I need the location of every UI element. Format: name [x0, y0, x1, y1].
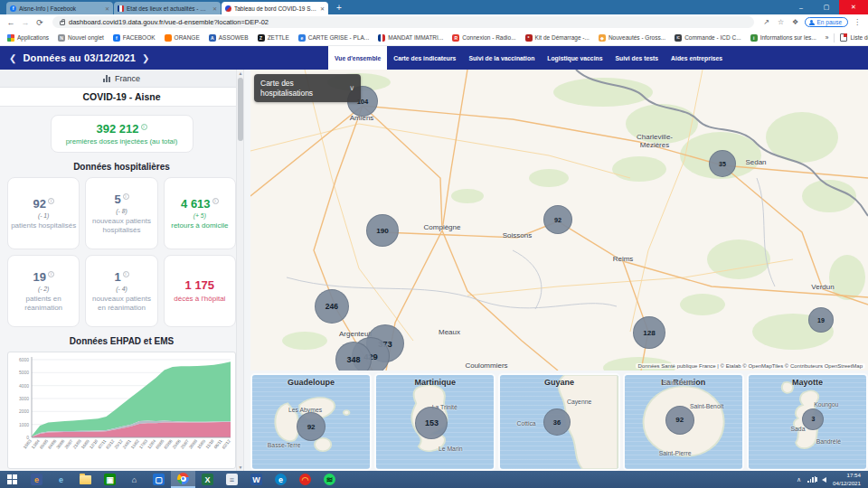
- taskbar-spotify[interactable]: ≋: [317, 471, 342, 488]
- close-button[interactable]: ✕: [839, 0, 868, 14]
- overseas-map-reunion[interactable]: La RéunionSaint-DenisSaint-BenoîtSaint-P…: [623, 373, 744, 471]
- map-layer-label: Carte des hospitalisations: [260, 79, 344, 98]
- scroll-down-arrow[interactable]: ▼: [237, 464, 244, 471]
- next-date-chevron[interactable]: ❯: [142, 53, 149, 63]
- map-bubble[interactable]: 19: [808, 307, 834, 333]
- hospitalisations-map[interactable]: AmiensCharleville- MézièresSedanCompiègn…: [250, 70, 868, 371]
- taskbar-chrome[interactable]: [171, 471, 195, 488]
- nav-tab-suivi-des-tests[interactable]: Suivi des tests: [609, 46, 665, 70]
- bookmark-label: MANDAT IMMATRI...: [388, 34, 443, 41]
- ehpad-section-title: Données EHPAD et EMS: [0, 336, 243, 346]
- bookmark-item[interactable]: eCARTE GRISE - PLA...: [298, 34, 369, 42]
- map-bubble[interactable]: 92: [543, 205, 572, 234]
- map-bubble[interactable]: 3: [802, 408, 824, 430]
- info-icon[interactable]: i: [141, 124, 147, 130]
- taskbar-home-app[interactable]: ⌂: [122, 471, 146, 488]
- bookmark-item[interactable]: ORANGE: [165, 34, 200, 42]
- taskbar-edge[interactable]: e: [269, 471, 293, 488]
- url-field[interactable]: dashboard.covid19.data.gouv.fr/vue-d-ens…: [52, 16, 754, 28]
- overseas-title: La Réunion: [625, 378, 742, 387]
- bookmarks-overflow-button[interactable]: »: [826, 34, 829, 41]
- overseas-title: Mayotte: [749, 378, 866, 387]
- info-icon[interactable]: i: [123, 271, 129, 277]
- map-bubble[interactable]: 190: [366, 214, 399, 247]
- map-bubble[interactable]: 35: [709, 150, 736, 177]
- overseas-map-martinique[interactable]: MartiniqueLa TrinitéLe Marin153: [374, 373, 495, 471]
- taskbar-excel[interactable]: X: [195, 471, 220, 488]
- spotify-icon: ≋: [324, 474, 335, 485]
- reload-button[interactable]: ⟳: [34, 17, 45, 28]
- taskbar-start-button[interactable]: [0, 471, 24, 488]
- taskbar-firefox[interactable]: ◠: [293, 471, 317, 488]
- map-attribution: Données Santé publique France | © Etalab…: [636, 363, 865, 369]
- bookmark-item[interactable]: AASSOWEB: [209, 34, 249, 42]
- info-icon[interactable]: i: [48, 198, 54, 204]
- browser-tab[interactable]: Etat des lieux et actualités - Mini✕: [114, 2, 221, 14]
- nav-tab-vue-d-ensemble[interactable]: Vue d'ensemble: [328, 46, 387, 70]
- bookmark-item[interactable]: *Kit de Démarrage -...: [525, 34, 590, 42]
- prev-date-chevron[interactable]: ❮: [9, 53, 16, 63]
- reading-list-button[interactable]: Liste de lecture: [840, 33, 868, 42]
- overseas-map-mayotte[interactable]: MayotteKoungouSadaBandrélé3: [747, 373, 868, 471]
- overseas-map-guyane[interactable]: GuyaneCayenneCottica36: [498, 373, 619, 471]
- taskbar-word[interactable]: W: [244, 471, 269, 488]
- windows-logo-icon: [7, 474, 17, 484]
- profile-button[interactable]: En pause: [805, 17, 848, 27]
- map-layer-dropdown[interactable]: Carte des hospitalisations ∨: [254, 74, 361, 102]
- bookmark-item[interactable]: iInformations sur les...: [750, 34, 816, 42]
- tab-close-icon[interactable]: ✕: [212, 5, 217, 12]
- browser-tab[interactable]: Tableau de bord COVID-19 Suivi✕: [222, 2, 328, 14]
- bookmark-item[interactable]: RConnexion - Radio...: [452, 34, 515, 42]
- tab-close-icon[interactable]: ✕: [105, 5, 109, 12]
- taskbar-photos-app[interactable]: ▢: [146, 471, 171, 488]
- bookmark-star-icon[interactable]: ☆: [776, 18, 787, 26]
- new-tab-button[interactable]: +: [334, 3, 344, 14]
- taskbar-app-ebp[interactable]: e: [24, 471, 49, 488]
- bookmark-item[interactable]: ICCommande - ICD C...: [675, 34, 741, 42]
- bookmark-item[interactable]: Applications: [7, 34, 49, 42]
- map-bubble[interactable]: 348: [335, 342, 372, 371]
- scrollbar-thumb[interactable]: [238, 78, 243, 141]
- browser-tab[interactable]: fAisne-Info | Facebook✕: [6, 2, 113, 14]
- nav-tab-aides-entreprises[interactable]: Aides entreprises: [665, 46, 729, 70]
- map-bubble[interactable]: 246: [315, 289, 349, 324]
- bookmark-item[interactable]: ◆Nouveautés - Gross...: [599, 34, 665, 42]
- stat-value: 19i: [11, 270, 76, 284]
- bookmark-item[interactable]: ZZETTLE: [258, 34, 289, 42]
- nav-tab-carte-des-indicateurs[interactable]: Carte des indicateurs: [387, 46, 462, 70]
- taskbar-file-explorer[interactable]: [73, 471, 98, 488]
- sidebar-scrollbar[interactable]: ▲ ▼: [236, 70, 243, 471]
- region-selector[interactable]: France: [0, 70, 243, 88]
- extensions-icon[interactable]: ❖: [790, 18, 801, 26]
- map-bubble[interactable]: 92: [297, 412, 326, 441]
- map-bubble[interactable]: 128: [633, 316, 665, 349]
- bookmark-favicon: [7, 34, 14, 42]
- map-bubble[interactable]: 36: [543, 408, 571, 436]
- forward-button[interactable]: →: [20, 17, 31, 28]
- info-icon[interactable]: i: [48, 271, 54, 277]
- taskbar-windows-store[interactable]: ▣: [98, 471, 122, 488]
- taskbar-internet-explorer[interactable]: e: [49, 471, 73, 488]
- back-button[interactable]: ←: [5, 17, 16, 28]
- nav-tab-logistique-vaccins[interactable]: Logistique vaccins: [541, 46, 609, 70]
- bookmark-item[interactable]: MANDAT IMMATRI...: [378, 34, 443, 42]
- map-bubble[interactable]: 153: [415, 407, 448, 439]
- maximize-button[interactable]: ▢: [814, 0, 839, 14]
- map-bubble[interactable]: 92: [665, 406, 694, 435]
- tab-close-icon[interactable]: ✕: [320, 5, 325, 12]
- scroll-up-arrow[interactable]: ▲: [237, 70, 244, 77]
- bookmark-item[interactable]: fFACEBOOK: [113, 34, 156, 42]
- share-icon[interactable]: ↗: [761, 18, 772, 26]
- browser-menu-icon[interactable]: ⋮: [852, 18, 863, 26]
- info-icon[interactable]: i: [123, 193, 129, 200]
- clock[interactable]: 17:54 04/12/2021: [833, 472, 861, 487]
- overseas-map-guadeloupe[interactable]: GuadeloupeLes AbymesBasse-Terre92: [250, 373, 372, 471]
- tab-title: Tableau de bord COVID-19 Suivi: [234, 5, 317, 12]
- info-icon[interactable]: i: [212, 198, 219, 204]
- bookmark-item[interactable]: NNouvel onglet: [58, 34, 104, 42]
- nav-tab-suivi-de-la-vaccination[interactable]: Suivi de la vaccination: [462, 46, 541, 70]
- hidden-icons-chevron[interactable]: ∧: [797, 476, 801, 483]
- minimize-button[interactable]: –: [788, 0, 814, 14]
- volume-icon[interactable]: [822, 477, 826, 483]
- taskbar-office-pages[interactable]: ≡: [220, 471, 244, 488]
